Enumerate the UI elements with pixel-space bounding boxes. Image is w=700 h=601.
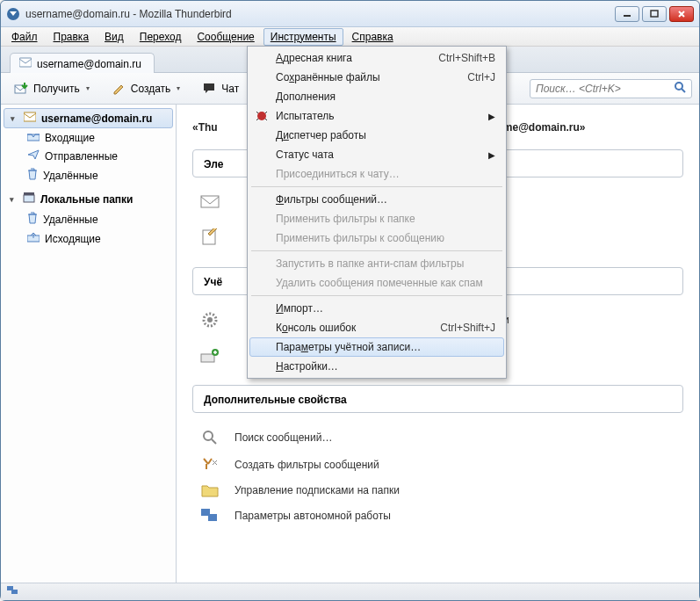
svg-rect-17 [201,354,214,362]
collapse-icon[interactable]: ▾ [11,114,18,123]
write-button[interactable]: Создать▾ [107,78,186,99]
menu-account-settings[interactable]: Параметры учётной записи… [249,337,504,357]
search-box[interactable] [530,79,692,98]
menu-tools[interactable]: Инструменты [263,28,343,46]
folder-icon [199,483,220,497]
svg-rect-13 [201,196,219,207]
tab-account[interactable]: username@domain.ru [10,53,155,73]
mail-icon [19,57,32,70]
compose-icon [199,228,220,246]
menu-help[interactable]: Справка [345,28,401,46]
menu-activity-manager[interactable]: Диспетчер работы [249,126,504,145]
window-title: username@domain.ru - Mozilla Thunderbird [25,8,615,20]
svg-point-16 [207,317,213,322]
menu-edit[interactable]: Правка [47,28,97,46]
get-mail-button[interactable]: Получить▾ [8,78,95,99]
new-account-icon [199,348,220,364]
menu-import[interactable]: Импорт… [249,299,504,318]
tree-sent[interactable]: Отправленные [1,147,176,165]
minimize-button[interactable] [615,6,639,22]
folder-tree: ▾ username@domain.ru Входящие Отправленн… [1,105,177,583]
action-search-messages[interactable]: Поиск сообщений… [192,424,683,452]
menu-addressbook[interactable]: Адресная книгаCtrl+Shift+B [249,48,504,68]
offline-icon [199,508,220,524]
menu-chat-status[interactable]: Статус чата▶ [249,145,504,164]
svg-point-19 [204,431,213,440]
search-icon [674,81,686,96]
svg-rect-22 [208,514,217,521]
inbox-icon [27,131,40,144]
statusbar [1,583,699,600]
tree-trash-2[interactable]: Удалённые [1,209,176,229]
tree-account[interactable]: ▾ username@domain.ru [4,108,173,128]
menu-run-junk-controls: Запустить в папке анти-спам фильтры [249,254,504,273]
chat-button[interactable]: Чат [198,79,244,98]
separator [251,186,502,187]
svg-rect-24 [11,590,18,594]
menubar: Файл Правка Вид Переход Сообщение Инстру… [1,27,699,47]
maximize-button[interactable] [642,6,667,22]
menu-addons[interactable]: Дополнения [249,87,504,106]
trash-icon [27,168,38,183]
section-advanced: Дополнительные свойства [192,385,683,413]
tab-label: username@domain.ru [37,58,141,70]
action-offline-settings[interactable]: Параметры автономной работы [192,503,683,529]
collapse-icon[interactable]: ▾ [10,195,18,204]
menu-error-console[interactable]: Консоль ошибокCtrl+Shift+J [249,318,504,337]
menu-message-filters[interactable]: Фильтры сообщений… [249,190,504,209]
trash-icon [27,212,38,227]
tree-local-folders[interactable]: ▾ Локальные папки [1,189,176,209]
svg-line-7 [682,89,685,92]
bug-icon [255,109,269,123]
read-mail-icon [199,193,220,209]
menu-go[interactable]: Переход [133,28,189,46]
sent-icon [27,149,40,163]
menu-tester[interactable]: Испытатель▶ [249,106,504,126]
tools-dropdown: Адресная книгаCtrl+Shift+B Сохранённые ф… [247,46,507,379]
tree-outbox[interactable]: Исходящие [1,229,176,248]
outbox-icon [27,232,40,245]
action-create-filters[interactable]: Создать фильтры сообщений [192,452,683,478]
tree-inbox[interactable]: Входящие [1,128,176,147]
mail-account-icon [24,112,36,125]
menu-apply-filters-message: Применить фильтры к сообщению [249,228,504,248]
menu-delete-junk: Удалить сообщения помеченные как спам [249,273,504,293]
menu-view[interactable]: Вид [97,28,131,46]
svg-rect-10 [24,195,34,202]
svg-point-25 [257,112,266,120]
search-input[interactable] [536,83,674,95]
thunderbird-icon [6,7,20,21]
window-titlebar: username@domain.ru - Mozilla Thunderbird [1,1,699,27]
tree-trash-1[interactable]: Удалённые [1,165,176,185]
online-status-icon[interactable] [6,585,20,598]
action-manage-subscriptions[interactable]: Управление подписками на папки [192,478,683,503]
svg-rect-11 [24,192,34,195]
filter-icon [199,457,220,473]
svg-point-6 [675,83,682,90]
separator [251,295,502,296]
separator [251,250,502,251]
menu-join-chat: Присоединиться к чату… [249,164,504,184]
svg-rect-8 [24,112,36,121]
gear-icon [199,311,220,329]
menu-options[interactable]: Настройки… [249,357,504,376]
local-folders-icon [23,192,35,206]
menu-saved-files[interactable]: Сохранённые файлыCtrl+J [249,68,504,87]
svg-rect-3 [19,58,32,67]
svg-rect-2 [651,11,658,17]
svg-line-20 [212,439,216,444]
close-button[interactable] [669,6,694,22]
menu-message[interactable]: Сообщение [190,28,261,46]
search-icon [199,429,220,446]
menu-file[interactable]: Файл [4,28,45,46]
menu-apply-filters-folder: Применить фильтры к папке [249,209,504,228]
